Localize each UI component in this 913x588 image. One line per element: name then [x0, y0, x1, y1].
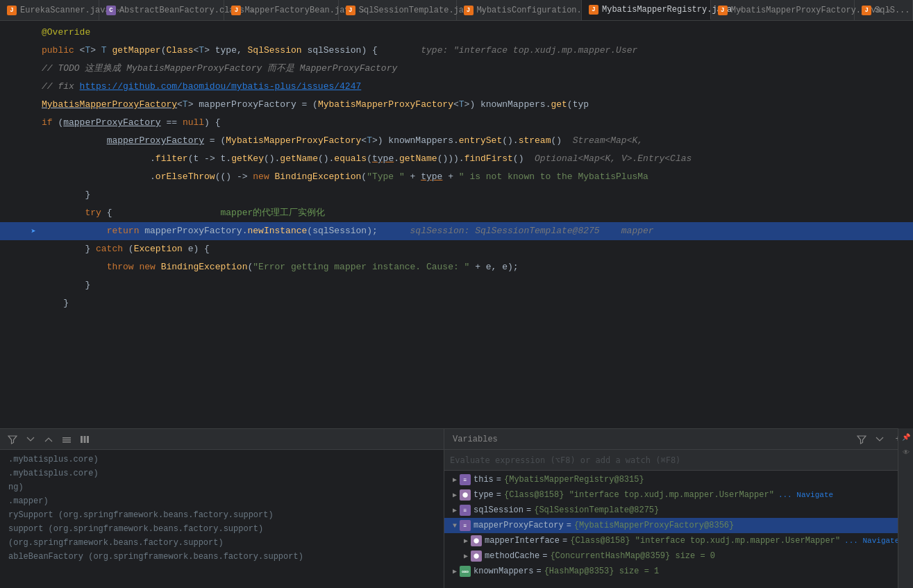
expand-arrow[interactable]: ▶ — [461, 552, 471, 560]
tab-mybatismapperproxyfactory[interactable]: J MybatisMapperProxyFactory.java ✕ — [711, 0, 855, 20]
frame-item[interactable]: ableBeanFactory (org.springframework.bea… — [0, 550, 444, 564]
tab-mybatismapperregistry[interactable]: J MybatisMapperRegistry.java ✕ — [582, 0, 711, 20]
right-panel-header: Variables + — [444, 429, 913, 450]
tab-abstractbeanfactory[interactable]: C AbstractBeanFactory.class ✕ — [99, 0, 224, 20]
frame-item[interactable]: .mybatisplus.core) — [0, 453, 444, 467]
navigate-link[interactable]: ... Navigate — [844, 537, 899, 545]
expand-arrow[interactable]: ▶ — [450, 476, 460, 484]
code-line: if (mapperProxyFactory == null) { — [0, 114, 913, 132]
var-eq: = — [567, 521, 571, 530]
side-icon-panel: 📌 👁 — [898, 429, 913, 588]
java-icon: J — [464, 6, 474, 15]
frame-item[interactable]: (org.springframework.beans.factory.suppo… — [0, 536, 444, 550]
code-text: if (mapperProxyFactory == null) { — [39, 114, 913, 132]
var-name: knownMappers — [474, 566, 533, 576]
svg-rect-5 — [87, 436, 89, 443]
var-type-icon: ≡ — [460, 520, 471, 531]
expand-arrow[interactable]: ▼ — [450, 522, 460, 530]
var-value: {MybatisMapperRegistry@8315} — [504, 475, 644, 485]
code-line: public <T> T getMapper(Class<T> type, Sq… — [0, 42, 913, 60]
var-row-mapperproxyfactory[interactable]: ▼ ≡ mapperProxyFactory = {MybatisMapperP… — [444, 518, 913, 533]
code-text: @Override — [39, 24, 913, 42]
var-type-icon: ∞∞ — [460, 566, 471, 577]
filter-variables-button[interactable] — [855, 432, 869, 446]
svg-rect-1 — [62, 439, 71, 441]
bottom-panel: .mybatisplus.core) .mybatisplus.core) ng… — [0, 428, 913, 588]
code-text: // fix https://github.com/baomidou/mybat… — [39, 78, 913, 96]
left-panel: .mybatisplus.core) .mybatisplus.core) ng… — [0, 429, 444, 588]
var-name: type — [474, 490, 494, 500]
code-line: @Override — [0, 24, 913, 42]
var-value: {Class@8158} "interface top.xudj.mp.mapp… — [570, 536, 840, 546]
columns-button[interactable] — [78, 432, 92, 446]
code-text: } — [39, 294, 913, 312]
var-type-icon: ⬤ — [460, 489, 471, 501]
java-icon: J — [589, 5, 598, 15]
var-name: sqlSession — [474, 505, 523, 515]
tab-bar: J EurekaScanner.java ✕ C AbstractBeanFac… — [0, 0, 913, 21]
svg-rect-0 — [62, 437, 71, 439]
left-panel-toolbar — [0, 429, 444, 450]
right-panel: Variables + — [444, 429, 913, 588]
navigate-link[interactable]: ... Navigate — [778, 491, 833, 499]
code-line: // TODO 这里换成 MybatisMapperProxyFactory 而… — [0, 60, 913, 78]
tab-sqls[interactable]: J SqlS... ✕ — [855, 0, 913, 20]
code-line: } — [0, 294, 913, 312]
frame-item[interactable]: .mapper) — [0, 494, 444, 508]
eye-icon[interactable]: 👁 — [900, 446, 912, 459]
frames-list: .mybatisplus.core) .mybatisplus.core) ng… — [0, 450, 444, 588]
code-line: mapperProxyFactory = (MybatisMapperProxy… — [0, 132, 913, 150]
code-text: return mapperProxyFactory.newInstance(sq… — [39, 222, 913, 240]
java-icon: J — [7, 6, 17, 15]
code-line: .orElseThrow(() -> new BindingException(… — [0, 168, 913, 186]
expand-arrow[interactable]: ▶ — [461, 537, 471, 545]
var-name: this — [474, 475, 494, 485]
main-area: @Override public <T> T getMapper(Class<T… — [0, 21, 913, 428]
var-row-knownmappers[interactable]: ▶ ∞∞ knownMappers = {HashMap@8353} size … — [444, 564, 913, 579]
svg-rect-2 — [62, 442, 71, 443]
pin-icon[interactable]: 📌 — [900, 431, 912, 444]
tab-label: EurekaScanner.java — [20, 6, 110, 15]
frame-item[interactable]: ng) — [0, 480, 444, 494]
code-line-highlighted: ➤ return mapperProxyFactory.newInstance(… — [0, 222, 913, 240]
code-editor: @Override public <T> T getMapper(Class<T… — [0, 21, 913, 428]
expand-variables-button[interactable] — [873, 432, 887, 446]
code-line: try { mapper的代理工厂实例化 — [0, 204, 913, 222]
tab-eurekascanner[interactable]: J EurekaScanner.java ✕ — [0, 0, 99, 20]
var-row-mapperinterface[interactable]: ▶ ⬤ mapperInterface = {Class@8158} "inte… — [444, 533, 913, 548]
var-eq: = — [496, 490, 501, 500]
code-text: try { mapper的代理工厂实例化 — [39, 204, 913, 222]
filter-button[interactable] — [6, 432, 19, 446]
frame-item[interactable]: .mybatisplus.core) — [0, 467, 444, 480]
code-line: } — [0, 276, 913, 294]
code-line: throw new BindingException("Error gettin… — [0, 258, 913, 276]
frame-item[interactable]: rySupport (org.springframework.beans.fac… — [0, 508, 444, 522]
collapse-button[interactable] — [42, 432, 56, 446]
code-content: @Override public <T> T getMapper(Class<T… — [0, 21, 913, 428]
var-eq: = — [536, 566, 541, 576]
svg-rect-4 — [84, 436, 86, 443]
var-value: {ConcurrentHashMap@8359} size = 0 — [550, 551, 715, 561]
var-row-this[interactable]: ▶ ≡ this = {MybatisMapperRegistry@8315} — [444, 472, 913, 487]
expand-arrow[interactable]: ▶ — [450, 491, 460, 499]
frame-item[interactable]: support (org.springframework.beans.facto… — [0, 522, 444, 536]
code-text: .filter(t -> t.getKey().getName().equals… — [39, 150, 913, 168]
expand-arrow[interactable]: ▶ — [450, 567, 460, 576]
expand-button[interactable] — [24, 432, 37, 446]
tab-sqlsessiontemplate[interactable]: J SqlSessionTemplate.java ✕ — [339, 0, 457, 20]
var-row-sqlsession[interactable]: ▶ ≡ sqlSession = {SqlSessionTemplate@827… — [444, 503, 913, 518]
code-text: mapperProxyFactory = (MybatisMapperProxy… — [39, 132, 913, 150]
evaluate-expression-input[interactable] — [450, 455, 907, 465]
tab-mybatisconfiguration[interactable]: J MybatisConfiguration.java ✕ — [457, 0, 582, 20]
var-eq: = — [496, 475, 501, 485]
code-text: throw new BindingException("Error gettin… — [39, 258, 913, 276]
var-tree: ▶ ≡ this = {MybatisMapperRegistry@8315} … — [444, 471, 913, 588]
var-row-type[interactable]: ▶ ⬤ type = {Class@8158} "interface top.x… — [444, 487, 913, 503]
tab-mapperfactorybean[interactable]: J MapperFactoryBean.java ✕ — [224, 0, 338, 20]
var-type-icon: ≡ — [460, 505, 471, 516]
code-line: } catch (Exception e) { — [0, 240, 913, 258]
var-row-methodcache[interactable]: ▶ ⬤ methodCache = {ConcurrentHashMap@835… — [444, 548, 913, 564]
settings-button[interactable] — [60, 432, 74, 446]
code-text: .orElseThrow(() -> new BindingException(… — [39, 168, 913, 186]
expand-arrow[interactable]: ▶ — [450, 506, 460, 514]
